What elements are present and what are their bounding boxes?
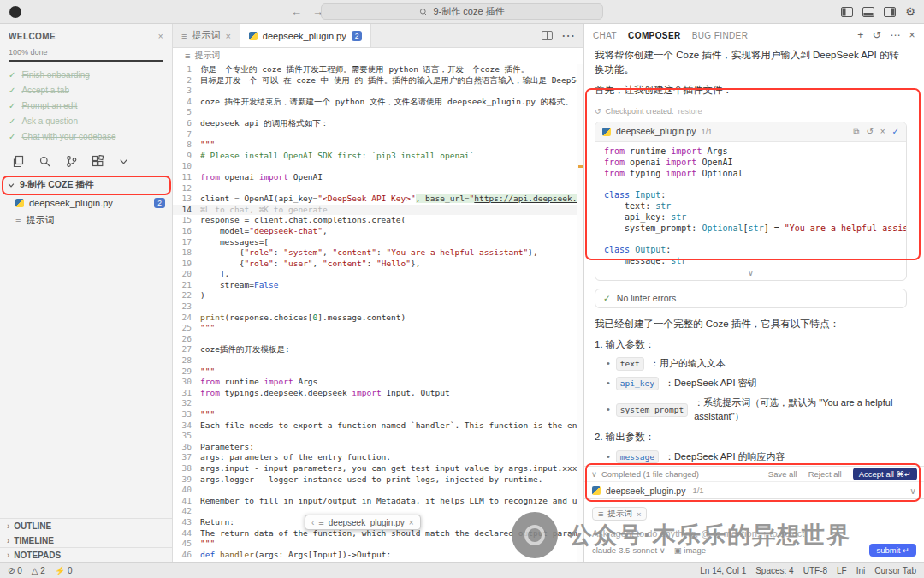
split-editor-icon[interactable]	[542, 31, 553, 40]
extensions-icon[interactable]	[92, 155, 104, 168]
line-number: 45	[173, 539, 200, 550]
file-counter: 1/1	[692, 486, 703, 495]
composer-input-box[interactable]: ≡ 提示词 × Ask agent to do anything, @ to m…	[584, 498, 924, 562]
status-item[interactable]: UTF-8	[803, 566, 827, 575]
tab-label: 提示词	[192, 29, 220, 42]
line-number: 1	[173, 64, 200, 75]
accept-check-icon[interactable]: ✓	[892, 126, 899, 139]
expand-chevron-icon[interactable]: ∨	[595, 269, 906, 280]
statusbar: ⊘ 0 △ 2 ⚡ 0 Ln 14, Col 1Spaces: 4UTF-8LF…	[0, 562, 924, 578]
nav-back-icon[interactable]: ←	[291, 5, 302, 18]
chevron-right-icon: ›	[7, 536, 9, 545]
composer-tab-bug-finder[interactable]: BUG FINDER	[692, 31, 749, 40]
line-number: 44	[173, 528, 200, 539]
submit-button[interactable]: submit ↵	[869, 544, 916, 557]
status-item[interactable]: Ln 14, Col 1	[700, 566, 746, 575]
input-placeholder[interactable]: Ask agent to do anything, @ to mention, …	[592, 528, 916, 539]
sidebar-section-timeline[interactable]: ›TIMELINE	[0, 533, 172, 547]
copy-icon[interactable]: ⧉	[853, 126, 859, 139]
toggle-sidebar-icon[interactable]	[841, 7, 853, 17]
checkpoint-label: Checkpoint created.	[606, 106, 674, 117]
close-icon[interactable]: ×	[158, 32, 163, 41]
sidebar-section-notepads[interactable]: ›NOTEPADS	[0, 547, 172, 562]
explorer-file-prompt[interactable]: ≡ 提示词	[0, 212, 172, 229]
error-count[interactable]: ⊘ 0	[8, 566, 22, 575]
status-item[interactable]: Spaces: 4	[755, 566, 793, 575]
close-icon[interactable]: ×	[909, 29, 915, 41]
completed-bar: ∨ Completed (1 file changed) Save all Re…	[584, 466, 924, 481]
chevron-down-icon[interactable]	[118, 156, 129, 167]
more-actions-icon[interactable]: ⋯	[561, 27, 575, 44]
line-number: 20	[173, 269, 200, 280]
code-line: 29"""	[173, 366, 577, 378]
more-icon[interactable]: ⋯	[890, 29, 900, 41]
assistant-message: 首先，让我创建这个插件文件：	[595, 83, 907, 98]
python-file-icon	[602, 128, 611, 136]
code-line: class Input:	[604, 190, 897, 201]
files-icon[interactable]	[12, 155, 25, 168]
close-icon[interactable]: ×	[409, 518, 414, 527]
line-number: 39	[173, 474, 200, 486]
composer-tab-chat[interactable]: CHAT	[593, 31, 617, 40]
code-line	[604, 234, 897, 245]
status-item[interactable]: LF	[837, 566, 847, 575]
source-control-icon[interactable]	[65, 155, 78, 168]
explorer-section-header[interactable]: 9-制作 COZE 插件	[0, 175, 172, 194]
status-item[interactable]: Cursor Tab	[874, 566, 916, 575]
command-search-box[interactable]: 9-制作 coze 插件	[321, 3, 603, 20]
line-number: 19	[173, 259, 200, 270]
python-file-icon	[592, 486, 601, 495]
accept-all-button[interactable]: Accept all ⌘↵	[853, 468, 917, 480]
power-count[interactable]: ⚡ 0	[55, 566, 73, 575]
code-card-filename[interactable]: deepseek_plugin.py	[616, 125, 696, 138]
restore-link[interactable]: restore	[678, 106, 702, 117]
code-line: 45"""	[173, 539, 577, 550]
toggle-panel-icon[interactable]	[862, 7, 874, 17]
chevron-down-icon[interactable]: ∨	[591, 469, 597, 479]
chevron-down-icon	[7, 181, 15, 189]
line-number: 25	[173, 323, 200, 334]
status-item[interactable]: Ini	[856, 566, 866, 575]
line-number: 21	[173, 280, 200, 291]
reject-all-button[interactable]: Reject all	[808, 469, 842, 479]
tab-deepseek-plugin[interactable]: deepseek_plugin.py 2	[240, 24, 372, 47]
sidebar-section-outline[interactable]: ›OUTLINE	[0, 518, 172, 533]
composer-tab-composer[interactable]: COMPOSER	[628, 31, 681, 40]
reject-icon[interactable]: ×	[880, 126, 886, 139]
code-line: 41Remember to fill in input/output in Me…	[173, 496, 577, 507]
chevron-down-icon[interactable]: ∨	[909, 486, 916, 496]
code-line: 25"""	[173, 323, 577, 334]
changed-file-row[interactable]: deepseek_plugin.py 1/1 ∨	[584, 481, 924, 498]
reapply-icon[interactable]: ↺	[866, 126, 873, 139]
code-line: 22)	[173, 290, 577, 301]
close-icon[interactable]: ×	[637, 509, 642, 519]
breadcrumb[interactable]: ≡ 提示词	[173, 48, 583, 63]
save-all-button[interactable]: Save all	[768, 469, 797, 479]
warning-count[interactable]: △ 2	[32, 566, 45, 575]
tab-prompt[interactable]: ≡ 提示词 ×	[173, 24, 240, 47]
attach-image-button[interactable]: ▣ image	[674, 545, 707, 555]
code-line: 27coze插件的开发模板是:	[173, 344, 577, 355]
settings-gear-icon[interactable]: ⚙	[905, 5, 915, 18]
line-number: 30	[173, 377, 200, 388]
new-chat-icon[interactable]: +	[857, 29, 863, 41]
code-line: 40	[173, 485, 577, 496]
checkpoint-row: ↺ Checkpoint created. restore	[595, 106, 907, 117]
text-file-icon: ≡	[318, 517, 323, 527]
line-number: 15	[173, 215, 200, 226]
editor-scrollbar[interactable]	[577, 64, 583, 562]
close-icon[interactable]: ×	[225, 31, 230, 41]
code-line: 8"""	[173, 140, 577, 151]
floating-editor-tab[interactable]: ‹ ≡ deepseek_plugin.py ×	[305, 515, 421, 530]
context-chip[interactable]: ≡ 提示词 ×	[592, 507, 647, 521]
explorer-file-deepseek-plugin[interactable]: deepseek_plugin.py 2	[0, 194, 172, 212]
check-icon: ✓	[603, 292, 611, 305]
chevron-left-icon[interactable]: ‹	[311, 518, 314, 527]
file-name: deepseek_plugin.py	[29, 198, 113, 208]
history-icon[interactable]: ↺	[873, 29, 881, 41]
toggle-secondary-sidebar-icon[interactable]	[884, 7, 896, 17]
list-item-text: ：DeepSeek API 的响应内容	[665, 450, 785, 464]
model-selector[interactable]: claude-3.5-sonnet ∨	[592, 545, 666, 555]
search-icon[interactable]	[38, 155, 51, 168]
code-area[interactable]: 1你是一个专业的 coze 插件开发工程师。需要使用 python 语言，开发一…	[173, 64, 577, 562]
